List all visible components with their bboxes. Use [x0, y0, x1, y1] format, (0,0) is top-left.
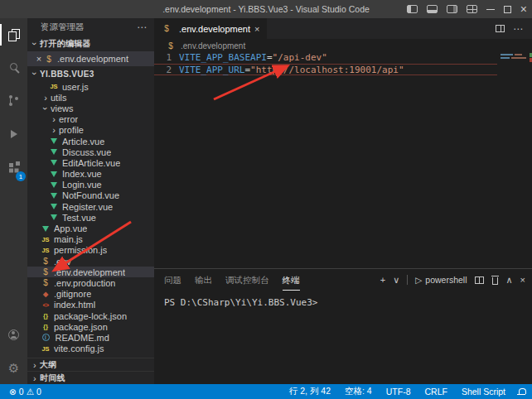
line-content: VITE_APP_BASEAPI="/api-dev"	[179, 52, 327, 64]
toggle-panel-icon[interactable]	[427, 5, 438, 13]
explorer-activity-button[interactable]	[0, 18, 27, 51]
tree-item-README.md[interactable]: iREADME.md	[27, 332, 154, 343]
tree-item-views[interactable]: ›views	[27, 103, 154, 113]
chevron-down-icon: ›	[41, 103, 51, 113]
settings-button[interactable]: ⚙	[0, 351, 27, 384]
file-name: .env.production	[54, 278, 115, 288]
tree-item-Test.vue[interactable]: Test.vue	[27, 212, 154, 223]
js-file-icon: JS	[41, 234, 51, 244]
tree-item-Index.vue[interactable]: Index.vue	[27, 169, 154, 180]
run-debug-activity-button[interactable]	[0, 118, 27, 151]
code-editor[interactable]: 1VITE_APP_BASEAPI="/api-dev"2VITE_APP_UR…	[154, 52, 532, 268]
tab-bar: $ .env.development × ⋯	[154, 18, 532, 39]
close-panel-icon[interactable]: ×	[520, 275, 525, 285]
kill-terminal-icon[interactable]	[491, 276, 499, 285]
tree-item-.gitignore[interactable]: ◆.gitignore	[27, 289, 154, 300]
tree-item-EditArticle.vue[interactable]: EditArticle.vue	[27, 157, 154, 168]
status-bar-right: 行 2, 列 42 空格: 4 UTF-8 CRLF Shell Script	[287, 386, 525, 397]
tree-item-Register.vue[interactable]: Register.vue	[27, 201, 154, 212]
tree-item-permission.js[interactable]: JSpermission.js	[27, 245, 154, 256]
panel-tab-terminal[interactable]: 终端	[283, 269, 300, 291]
search-activity-button[interactable]	[0, 51, 27, 84]
tree-item-vite.config.js[interactable]: JSvite.config.js	[27, 344, 154, 354]
tree-item-Discuss.vue[interactable]: Discuss.vue	[27, 147, 154, 157]
maximize-button[interactable]	[504, 6, 511, 13]
editor-actions: ⋯	[496, 18, 532, 39]
minimap[interactable]	[497, 52, 532, 268]
problems-status[interactable]: ⊗ 0 ⚠ 0	[7, 387, 44, 397]
panel-tab-output[interactable]: 输出	[195, 269, 212, 291]
tree-item-Article.vue[interactable]: Article.vue	[27, 136, 154, 147]
vue-file-icon	[49, 147, 59, 157]
activity-bar: 1 ⚙	[0, 18, 27, 384]
tree-item-main.js[interactable]: JSmain.js	[27, 234, 154, 245]
tree-item-error[interactable]: ›error	[27, 114, 154, 125]
timeline-section-header[interactable]: › 时间线	[27, 371, 154, 384]
language-mode-status[interactable]: Shell Script	[459, 387, 508, 397]
tree-item-.env.production[interactable]: $.env.production	[27, 277, 154, 288]
toggle-sidebar-icon[interactable]	[407, 5, 418, 13]
outline-section-header[interactable]: › 大纲	[27, 358, 154, 371]
code-lines: 1VITE_APP_BASEAPI="/api-dev"2VITE_APP_UR…	[154, 52, 532, 75]
cursor-position-status[interactable]: 行 2, 列 42	[287, 386, 333, 397]
minimap-token	[501, 57, 510, 59]
source-control-activity-button[interactable]	[0, 84, 27, 118]
extensions-badge: 1	[16, 171, 26, 181]
notifications-bell-icon[interactable]	[517, 387, 525, 396]
tree-item-index.html[interactable]: <>index.html	[27, 300, 154, 310]
tree-item-package-lock.json[interactable]: {}package-lock.json	[27, 310, 154, 321]
open-editor-item[interactable]: × $ .env.development	[27, 51, 154, 66]
tree-item-.env[interactable]: $.env	[27, 256, 154, 267]
tree-item-profile[interactable]: ›profile	[27, 125, 154, 136]
minimap-line	[501, 54, 528, 55]
chevron-down-icon: ›	[30, 69, 40, 79]
minimize-button[interactable]	[486, 9, 495, 10]
breadcrumb[interactable]: $ .env.development	[154, 39, 532, 52]
split-terminal-icon[interactable]	[475, 276, 484, 284]
minimap-token	[501, 54, 513, 55]
more-actions-icon[interactable]: ⋯	[513, 23, 524, 35]
close-tab-icon[interactable]: ×	[254, 24, 259, 34]
minimap-line	[501, 57, 528, 59]
close-icon[interactable]: ×	[34, 54, 44, 64]
chevron-down-icon[interactable]: ∨	[393, 275, 399, 286]
js-file-icon: JS	[41, 344, 51, 353]
tree-item-Login.vue[interactable]: Login.vue	[27, 180, 154, 190]
chevron-right-icon: ›	[30, 373, 40, 383]
source-control-icon	[8, 95, 20, 107]
project-root-header[interactable]: › YI.BBS.VUE3	[27, 66, 154, 81]
eol-status[interactable]: CRLF	[422, 387, 449, 397]
tree-item-App.vue[interactable]: App.vue	[27, 223, 154, 233]
status-bar: ⊗ 0 ⚠ 0 行 2, 列 42 空格: 4 UTF-8 CRLF Shell…	[0, 384, 532, 399]
open-editor-name: .env.development	[57, 54, 128, 64]
vue-file-icon	[49, 213, 59, 223]
new-terminal-icon[interactable]: +	[380, 275, 385, 285]
explorer-more-actions-icon[interactable]: ⋯	[137, 22, 148, 33]
shell-selector[interactable]: ▷ powershell	[415, 275, 467, 285]
token-str: "http://localhost:19001/api"	[250, 65, 404, 75]
code-line-2[interactable]: 2VITE_APP_URL="http://localhost:19001/ap…	[154, 64, 532, 75]
vue-file-icon	[49, 169, 59, 179]
toggle-secondary-sidebar-icon[interactable]	[447, 5, 457, 13]
extensions-activity-button[interactable]: 1	[0, 151, 27, 184]
close-button[interactable]: ×	[520, 5, 527, 13]
tree-item-NotFound.vue[interactable]: NotFound.vue	[27, 190, 154, 201]
tree-item-user.js[interactable]: JSuser.js	[27, 81, 154, 92]
split-editor-icon[interactable]	[496, 25, 505, 32]
customize-layout-icon[interactable]	[467, 5, 477, 13]
tree-item-utils[interactable]: ›utils	[27, 92, 154, 103]
maximize-panel-icon[interactable]: ∧	[506, 275, 513, 286]
panel-tab-debug-console[interactable]: 调试控制台	[225, 269, 269, 291]
terminal[interactable]: PS D:\CSharp\Yi\Yi.BBS.Vue3>	[154, 291, 532, 384]
open-editors-header[interactable]: › 打开的编辑器	[27, 36, 154, 51]
indentation-status[interactable]: 空格: 4	[342, 386, 375, 397]
encoding-status[interactable]: UTF-8	[384, 387, 414, 397]
tree-item-.env.development[interactable]: $.env.development	[27, 267, 154, 277]
account-button[interactable]	[0, 318, 27, 351]
explorer-sidebar: 资源管理器 ⋯ › 打开的编辑器 × $ .env.development › …	[27, 18, 154, 384]
code-line-1[interactable]: 1VITE_APP_BASEAPI="/api-dev"	[154, 52, 532, 64]
panel-tab-problems[interactable]: 问题	[164, 269, 181, 291]
tree-item-package.json[interactable]: {}package.json	[27, 321, 154, 332]
env-file-icon: $	[41, 278, 51, 288]
tab-env-development[interactable]: $ .env.development ×	[154, 18, 267, 39]
